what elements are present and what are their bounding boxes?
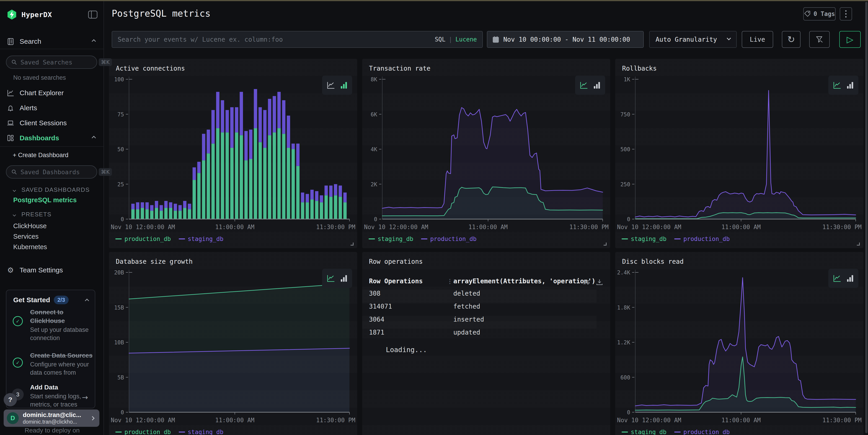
bar-chart-icon[interactable] [846,80,854,90]
legend-item[interactable]: staging_db [179,235,224,242]
get-started-step-desc: Configure where your data comes from [30,360,94,377]
legend-item[interactable]: production_db [421,235,476,242]
ready-to-deploy-text: Ready to deploy on [25,427,80,434]
sql-mode-toggle[interactable]: SQL [435,36,445,43]
user-menu[interactable]: D dominic.tran@clic... dominic.tran@clic… [4,409,99,427]
bar-chart-icon[interactable] [593,80,601,90]
legend-item[interactable]: staging_db [622,235,666,242]
bar-chart-icon[interactable] [340,274,348,283]
tags-button[interactable]: 0 Tags [803,7,836,21]
svg-text:2K: 2K [371,181,377,188]
chart-legend: production_dbstaging_db [115,429,223,435]
legend-item[interactable]: staging_db [179,429,224,435]
column-drag-handle[interactable]: ⋮ [447,278,453,285]
get-started-step-title[interactable]: Connect to ClickHouse [30,308,94,325]
chevron-up-icon[interactable] [92,39,95,44]
column-header[interactable]: arrayElement(Attributes, 'operation') [454,277,596,285]
legend-item[interactable]: staging_db [369,235,413,242]
arrow-right-icon[interactable]: → [82,393,88,402]
date-range-picker[interactable]: Nov 10 00:00:00 - Nov 11 00:00:00 [487,31,644,48]
line-chart-icon[interactable] [326,80,335,90]
line-chart-icon[interactable] [832,80,842,90]
sidebar-item-clickhouse[interactable]: ClickHouse [13,222,47,230]
panel-resize-handle[interactable] [603,242,607,245]
live-button[interactable]: Live [742,31,773,48]
chart-type-toggle[interactable] [828,76,859,95]
chart-type-toggle[interactable] [322,269,352,288]
wrap-text-icon[interactable] [582,278,590,286]
kebab-menu-button[interactable] [840,7,852,21]
panel-resize-handle[interactable] [857,242,860,245]
chevron-up-icon[interactable] [92,136,95,140]
chevron-down-icon[interactable] [13,213,16,218]
saved-searches-field[interactable] [21,59,99,66]
legend-item[interactable]: production_db [674,235,730,242]
database-size-growth-chart[interactable]: 20B15B10B5B0Nov 10 12:00:00 AM11:00:00 A… [109,266,357,425]
search-icon [11,169,17,175]
lucene-mode-toggle[interactable]: Lucene [456,36,477,43]
sidebar-item-dashboards[interactable]: Dashboards [0,132,103,144]
saved-dashboards-input[interactable]: ⌘K [6,165,97,178]
table-row[interactable]: 308deleted [369,290,603,303]
svg-text:8K: 8K [371,76,377,83]
chart-legend: staging_dbproduction_db [622,235,730,242]
date-range-value: Nov 10 00:00:00 - Nov 11 00:00:00 [503,36,630,43]
table-row[interactable]: 314071fetched [369,303,603,316]
line-chart-icon[interactable] [832,274,842,283]
sidebar-item-team-settings[interactable]: ⚙ Team Settings [0,264,103,276]
sidebar-item-services[interactable]: Services [13,233,38,240]
sidebar-collapse-icon[interactable] [88,10,98,19]
saved-searches-input[interactable]: ⌘K [6,56,97,69]
event-search-box[interactable]: SQL | Lucene [112,31,483,48]
granularity-select[interactable]: Auto Granularity [649,31,737,48]
chart-type-toggle[interactable] [575,76,605,95]
no-saved-searches-text: No saved searches [13,74,66,81]
table-row[interactable]: 1871updated [369,329,603,342]
legend-item[interactable]: production_db [115,429,171,435]
chart-type-toggle[interactable] [322,76,352,95]
legend-item[interactable]: staging_db [622,429,666,435]
chart-type-toggle[interactable] [828,269,859,288]
svg-text:11:00:00 AM: 11:00:00 AM [468,224,507,231]
sidebar-item-client-sessions[interactable]: Client Sessions [0,117,103,129]
filter-button[interactable] [809,31,830,48]
get-started-step-title[interactable]: Create Data Sources [30,351,105,360]
create-dashboard-button[interactable]: + Create Dashboard [13,152,68,159]
active-connections-chart[interactable]: 1007550250Nov 10 12:00:00 AM11:00:00 AM1… [109,72,357,232]
refresh-button[interactable]: ↻ [782,31,801,48]
disc-blocks-read-chart[interactable]: 2.4K1.8K1.2K6000Nov 10 12:00:00 AM11:00:… [615,266,863,425]
page-title: PostgreSQL metrics [112,8,210,19]
sidebar-item-postgresql-metrics[interactable]: PostgreSQL metrics [13,196,76,204]
rollbacks-chart[interactable]: 1K7505002500Nov 10 12:00:00 AM11:00:00 A… [615,72,863,232]
svg-text:0: 0 [374,216,377,223]
sidebar-item-search[interactable]: Search [0,36,103,47]
sidebar-item-kubernetes[interactable]: Kubernetes [13,243,47,251]
chevron-down-icon[interactable] [13,189,16,193]
svg-text:11:00:00 AM: 11:00:00 AM [215,224,254,231]
line-chart-icon[interactable] [579,80,588,90]
line-chart-icon[interactable] [326,274,335,283]
event-search-input[interactable] [118,36,435,43]
legend-item[interactable]: production_db [115,235,171,242]
column-header[interactable]: Row Operations [369,277,423,285]
download-icon[interactable] [596,278,603,286]
sidebar-item-alerts[interactable]: Alerts [0,102,103,114]
chart-legend: staging_dbproduction_db [369,235,476,242]
saved-dashboards-field[interactable] [21,169,99,176]
saved-dashboards-section-label[interactable]: SAVED DASHBOARDS [22,186,90,193]
run-query-button[interactable]: ▷ [839,31,861,48]
presets-section-label[interactable]: PRESETS [22,211,52,218]
panel-title: Rollbacks [622,65,657,72]
bar-chart-icon[interactable] [846,274,854,283]
chevron-up-icon[interactable] [86,299,88,303]
panel-title: Row operations [369,258,423,265]
transaction-rate-chart[interactable]: 8K6K4K2K0Nov 10 12:00:00 AM11:00:00 AM11… [362,72,611,232]
sidebar-item-chart-explorer[interactable]: Chart Explorer [0,87,103,99]
help-button[interactable]: ? [4,393,17,406]
panel-resize-handle[interactable] [350,242,353,245]
bar-chart-icon[interactable] [340,80,348,90]
get-started-step-title[interactable]: Add Data [30,383,94,392]
table-row[interactable]: 3064inserted [369,316,603,329]
page-scrollbar[interactable] [865,2,868,433]
legend-item[interactable]: production_db [674,429,730,435]
